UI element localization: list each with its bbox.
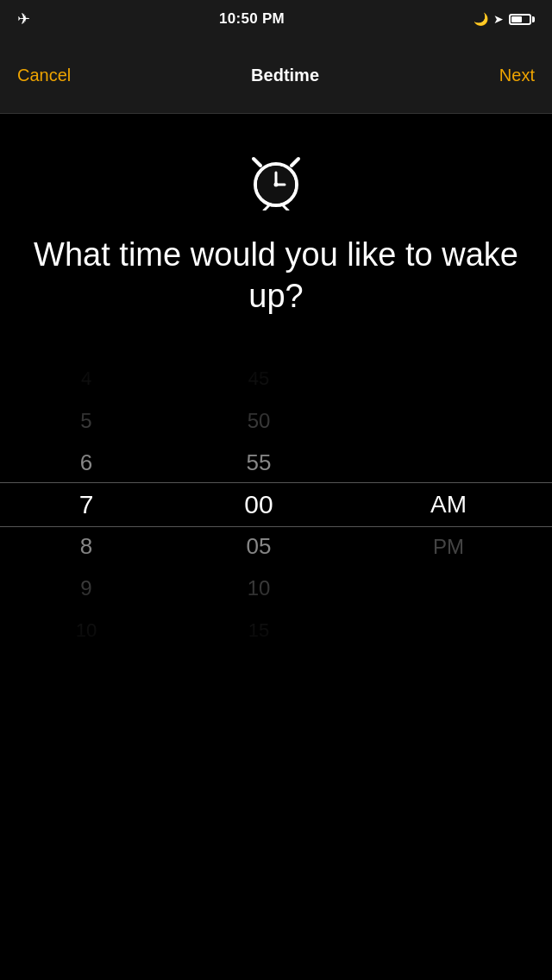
picker-min-05[interactable]: 05 — [172, 525, 345, 568]
wake-up-question: What time would you like to wake up? — [0, 235, 552, 317]
nav-title: Bedtime — [251, 66, 319, 85]
moon-icon: 🌙 — [474, 12, 488, 26]
location-icon: ➤ — [493, 12, 504, 26]
picker-am[interactable]: AM — [345, 484, 552, 526]
battery-icon — [509, 14, 535, 25]
picker-hours-column[interactable]: 4 5 6 7 8 9 10 — [0, 358, 172, 651]
airplane-icon: ✈ — [17, 9, 30, 28]
picker-min-10[interactable]: 10 — [172, 568, 345, 610]
svg-line-7 — [264, 205, 269, 210]
status-right: 🌙 ➤ — [474, 12, 535, 26]
picker-columns: 4 5 6 7 8 9 10 45 50 55 00 05 10 15 — [0, 358, 552, 651]
picker-min-55[interactable]: 55 — [172, 442, 345, 484]
status-bar: ✈ 10:50 PM 🌙 ➤ — [0, 0, 552, 38]
picker-hour-5[interactable]: 5 — [0, 400, 172, 443]
picker-hour-6[interactable]: 6 — [0, 442, 172, 484]
alarm-icon — [245, 148, 307, 214]
time-picker[interactable]: 4 5 6 7 8 9 10 45 50 55 00 05 10 15 — [0, 358, 552, 651]
picker-hour-10[interactable]: 10 — [0, 609, 172, 651]
svg-point-6 — [274, 183, 279, 187]
picker-min-15[interactable]: 15 — [172, 609, 345, 651]
picker-hour-4[interactable]: 4 — [0, 358, 172, 400]
status-time: 10:50 PM — [219, 10, 285, 28]
svg-line-1 — [292, 159, 298, 166]
svg-line-8 — [283, 205, 288, 210]
svg-line-0 — [254, 159, 260, 166]
nav-bar: Cancel Bedtime Next — [0, 38, 552, 114]
picker-pm[interactable]: PM — [345, 525, 552, 568]
picker-ampm-column[interactable]: AM PM — [345, 358, 552, 651]
picker-min-00[interactable]: 00 — [172, 484, 345, 526]
picker-minutes-column[interactable]: 45 50 55 00 05 10 15 — [172, 358, 345, 651]
picker-hour-8[interactable]: 8 — [0, 525, 172, 568]
picker-hour-7[interactable]: 7 — [0, 484, 172, 526]
status-left: ✈ — [17, 9, 30, 28]
next-button[interactable]: Next — [499, 66, 535, 85]
main-content: What time would you like to wake up? 4 5… — [0, 114, 552, 651]
cancel-button[interactable]: Cancel — [17, 66, 71, 85]
picker-hour-9[interactable]: 9 — [0, 568, 172, 610]
picker-min-45[interactable]: 45 — [172, 358, 345, 400]
picker-min-50[interactable]: 50 — [172, 400, 345, 443]
